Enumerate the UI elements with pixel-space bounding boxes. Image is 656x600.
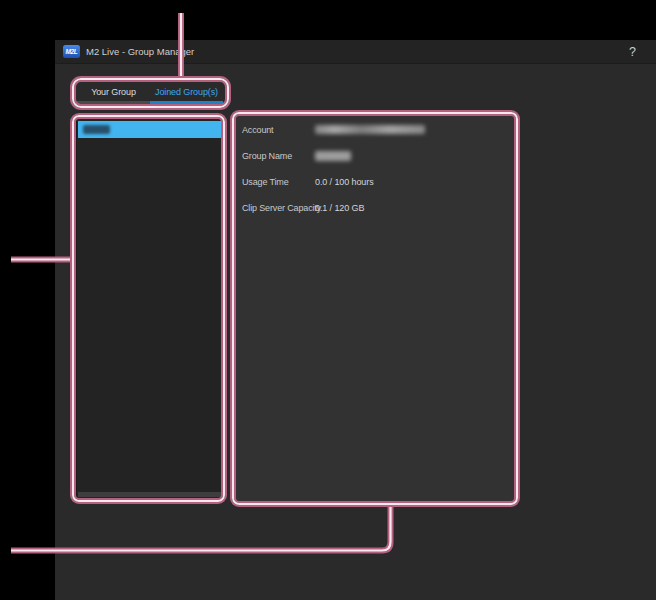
group-manager-window: M2L M2 Live - Group Manager ? Your Group… (55, 40, 656, 600)
detail-row-usage-time: Usage Time 0.0 / 100 hours (242, 175, 514, 188)
detail-row-group-name: Group Name (242, 149, 514, 162)
clip-server-capacity-label: Clip Server Capacity (242, 203, 315, 213)
redacted-group-name-value (315, 151, 351, 161)
clip-server-capacity-value: 0.1 / 120 GB (315, 203, 364, 213)
redacted-account-value (315, 125, 425, 134)
redacted-group-list-text (83, 125, 110, 134)
group-list-item-selected[interactable] (78, 121, 221, 138)
titlebar: M2L M2 Live - Group Manager ? (55, 40, 656, 64)
tab-joined-groups[interactable]: Joined Group(s) (150, 80, 223, 104)
account-label: Account (242, 125, 315, 135)
window-title: M2 Live - Group Manager (86, 46, 194, 57)
help-button[interactable]: ? (629, 45, 636, 59)
tab-underline-inactive (77, 101, 150, 104)
detail-row-clip-server-capacity: Clip Server Capacity 0.1 / 120 GB (242, 201, 514, 214)
group-list-panel (76, 118, 223, 500)
tab-your-group[interactable]: Your Group (77, 80, 150, 104)
usage-time-label: Usage Time (242, 177, 315, 187)
tab-joined-groups-label: Joined Group(s) (155, 87, 218, 97)
group-name-label: Group Name (242, 151, 315, 161)
tab-bar: Your Group Joined Group(s) (77, 80, 223, 104)
detail-row-account: Account (242, 123, 514, 136)
group-details-panel: Account Group Name Usage Time 0.0 / 100 … (236, 116, 514, 502)
usage-time-value: 0.0 / 100 hours (315, 177, 374, 187)
tab-your-group-label: Your Group (91, 87, 136, 97)
tab-underline-active (150, 101, 223, 104)
horizontal-scrollbar[interactable] (78, 492, 221, 497)
page: M2L M2 Live - Group Manager ? Your Group… (0, 0, 656, 600)
app-logo-icon: M2L (63, 45, 80, 58)
